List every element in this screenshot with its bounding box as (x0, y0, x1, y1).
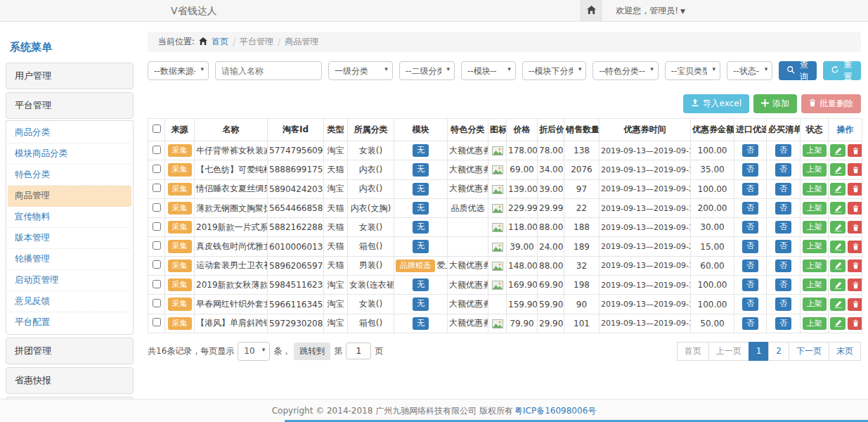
filter-select-8[interactable]: --状态-- (727, 61, 772, 80)
delete-button[interactable] (848, 317, 862, 330)
edit-button[interactable] (830, 317, 846, 330)
user-menu[interactable]: 欢迎您，管理员!▼ (616, 5, 685, 17)
jump-page-input[interactable] (346, 343, 371, 359)
sidebar-submenu-item[interactable]: 意见反馈 (8, 291, 131, 312)
status-badge[interactable]: 上架 (803, 221, 827, 234)
status-badge[interactable]: 上架 (803, 202, 827, 215)
row-checkbox[interactable] (153, 280, 161, 288)
per-page-select[interactable]: 10 (238, 342, 270, 361)
home-button[interactable] (581, 0, 602, 22)
row-checkbox[interactable] (153, 165, 161, 173)
delete-button[interactable] (848, 241, 862, 253)
search-button[interactable]: 查询 (779, 61, 817, 80)
edit-button[interactable] (830, 221, 846, 234)
name-search-input[interactable] (215, 61, 322, 80)
row-checkbox[interactable] (153, 318, 161, 326)
row-checkbox[interactable] (153, 222, 161, 231)
status-badge[interactable]: 上架 (803, 163, 827, 176)
status-badge[interactable]: 上架 (803, 240, 827, 252)
must-buy-badge[interactable]: 否 (775, 240, 791, 252)
delete-button[interactable] (848, 260, 862, 272)
delete-button[interactable] (848, 144, 862, 157)
edit-button[interactable] (830, 279, 846, 291)
select-all-checkbox[interactable] (153, 124, 161, 133)
filter-select-2[interactable]: 一级分类 (328, 61, 393, 80)
sidebar-submenu-item[interactable]: 版本管理 (8, 228, 131, 249)
status-badge[interactable]: 上架 (803, 183, 827, 196)
reset-button[interactable]: 重置 (823, 61, 861, 80)
row-checkbox[interactable] (153, 241, 161, 250)
edit-button[interactable] (830, 183, 846, 196)
sidebar-submenu-item[interactable]: 宣传物料 (8, 207, 131, 228)
must-buy-badge[interactable]: 否 (775, 144, 791, 157)
delete-button[interactable] (848, 163, 862, 176)
edit-button[interactable] (830, 163, 846, 176)
sidebar-group-item-bottom-1[interactable]: 省惠快报 (6, 367, 134, 394)
status-badge[interactable]: 上架 (803, 317, 827, 330)
sidebar-submenu-item[interactable]: 模块商品分类 (8, 143, 131, 165)
import-select-badge[interactable]: 否 (742, 260, 758, 272)
sidebar-submenu-item[interactable]: 平台配置 (8, 312, 131, 333)
must-buy-badge[interactable]: 否 (775, 260, 791, 272)
sidebar-submenu-item[interactable]: 特色分类 (8, 165, 131, 186)
import-select-badge[interactable]: 否 (742, 279, 758, 291)
import-excel-button[interactable]: 导入excel (683, 94, 749, 113)
page-button-末页[interactable]: 末页 (829, 342, 861, 361)
filter-select-4[interactable]: --模块-- (461, 61, 516, 80)
page-button-2[interactable]: 2 (768, 342, 789, 361)
must-buy-badge[interactable]: 否 (775, 183, 791, 196)
filter-select-0[interactable]: --数据来源-- (148, 61, 209, 80)
filter-select-3[interactable]: --二级分类-- (399, 61, 455, 80)
delete-button[interactable] (848, 279, 862, 291)
must-buy-badge[interactable]: 否 (775, 221, 791, 234)
row-checkbox[interactable] (153, 184, 161, 192)
must-buy-badge[interactable]: 否 (775, 279, 791, 291)
row-checkbox[interactable] (153, 299, 161, 307)
import-select-badge[interactable]: 否 (742, 298, 758, 310)
row-checkbox[interactable] (153, 260, 161, 269)
delete-button[interactable] (848, 183, 862, 196)
sidebar-group-item-1[interactable]: 平台管理 (6, 92, 134, 119)
must-buy-badge[interactable]: 否 (775, 163, 791, 176)
page-button-下一页[interactable]: 下一页 (789, 342, 829, 361)
import-select-badge[interactable]: 否 (742, 317, 758, 330)
sidebar-submenu-item[interactable]: 商品分类 (8, 122, 131, 143)
page-button-1[interactable]: 1 (749, 342, 770, 361)
edit-button[interactable] (830, 144, 846, 157)
status-badge[interactable]: 上架 (803, 260, 827, 272)
icp-link[interactable]: 粤ICP备16098006号 (514, 405, 596, 417)
must-buy-badge[interactable]: 否 (775, 202, 791, 215)
row-checkbox[interactable] (153, 146, 161, 154)
status-badge[interactable]: 上架 (803, 144, 827, 157)
delete-button[interactable] (848, 298, 862, 311)
edit-button[interactable] (830, 260, 846, 272)
import-select-badge[interactable]: 否 (742, 221, 758, 234)
breadcrumb-home-link[interactable]: 首页 (212, 36, 228, 48)
filter-select-6[interactable]: --特色分类-- (592, 61, 658, 80)
page-button-首页[interactable]: 首页 (677, 342, 709, 361)
batch-delete-button[interactable]: 批量删除 (801, 94, 861, 113)
status-badge[interactable]: 上架 (803, 279, 827, 291)
sidebar-submenu-item[interactable]: 商品管理 (8, 186, 131, 207)
sidebar-submenu-item[interactable]: 轮播管理 (8, 249, 131, 270)
must-buy-badge[interactable]: 否 (775, 298, 791, 310)
import-select-badge[interactable]: 否 (742, 144, 758, 157)
sidebar-submenu-item[interactable]: 启动页管理 (8, 270, 131, 291)
import-select-badge[interactable]: 否 (742, 163, 758, 176)
import-select-badge[interactable]: 否 (742, 240, 758, 252)
delete-button[interactable] (848, 221, 862, 234)
edit-button[interactable] (830, 298, 846, 311)
sidebar-group-item-bottom-0[interactable]: 拼团管理 (6, 338, 134, 364)
add-button[interactable]: 添加 (753, 94, 797, 113)
page-button-上一页[interactable]: 上一页 (708, 342, 749, 361)
jump-button[interactable]: 跳转到 (294, 343, 330, 360)
status-badge[interactable]: 上架 (803, 298, 827, 310)
edit-button[interactable] (830, 241, 846, 253)
edit-button[interactable] (830, 202, 846, 215)
sidebar-group-item-0[interactable]: 用户管理 (6, 63, 134, 89)
import-select-badge[interactable]: 否 (742, 183, 758, 196)
row-checkbox[interactable] (153, 203, 161, 212)
import-select-badge[interactable]: 否 (742, 202, 758, 215)
filter-select-5[interactable]: --模块下分类-- (522, 61, 587, 80)
delete-button[interactable] (848, 202, 862, 215)
